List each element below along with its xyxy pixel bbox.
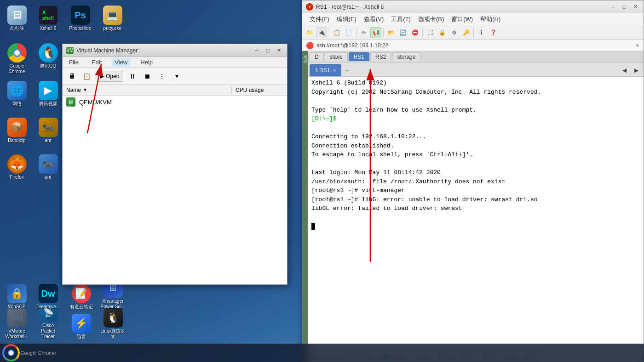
desktop-icon-winscp[interactable]: 🔒 WinSCP xyxy=(2,282,32,311)
vmm-maximize-button[interactable]: □ xyxy=(263,47,272,54)
desktop-icon-tengxun[interactable]: ▶ 腾讯视频 xyxy=(33,79,63,108)
xshell-menu-help[interactable]: 帮助(H) xyxy=(477,13,504,25)
ant-label: ant xyxy=(45,138,52,143)
desktop-icon-linux[interactable]: 🐧 Linux就该这学 xyxy=(98,306,128,341)
desktop-icon-ant[interactable]: 🐜 ant xyxy=(33,116,63,145)
xshell-menu-window[interactable]: 窗口(W) xyxy=(448,13,477,25)
conn-tab-storage[interactable]: storage xyxy=(392,52,420,61)
xs-tb-copy[interactable]: 📋 xyxy=(331,27,342,38)
xshell-left-sidebar: 세션 xyxy=(302,51,308,362)
xs-tb-keys[interactable]: 🔑 xyxy=(460,27,472,38)
vmm-icon-btn-2[interactable]: 📋 xyxy=(81,71,92,82)
vmm-open-label: Open xyxy=(106,73,119,79)
desktop-icon-ant2[interactable]: 🐜 ant xyxy=(33,153,63,182)
xs-tab-1-rs1[interactable]: 1 RS1 ✕ xyxy=(310,64,341,76)
desktop-icon-qq[interactable]: 🐧 腾讯QQ xyxy=(33,41,63,71)
xs-tb-reconnect[interactable]: 🔄 xyxy=(397,27,408,38)
desktop-icon-youdao[interactable]: 📝 有道云笔记 xyxy=(66,282,96,311)
xshell-toolbar: 📁 🔌 📋 📄 ✏ 📢 📂 🔄 ⛔ ⛶ 🔒 ⚙ 🔑 ℹ ❓ xyxy=(302,25,644,40)
vmm-menu-help[interactable]: Help xyxy=(138,58,155,67)
xs-tb-broadcast[interactable]: 📢 xyxy=(370,27,381,38)
vmm-list-item-qemu[interactable]: 🖥 QEMU/KVM xyxy=(63,96,287,108)
network-icon: 🌐 xyxy=(7,81,27,100)
conn-tab-d[interactable]: D xyxy=(310,52,324,61)
vmm-open-icon: ▶ xyxy=(100,73,104,79)
qq-label: 腾讯QQ xyxy=(40,63,57,69)
xshell-menu-view[interactable]: 查看(V) xyxy=(360,13,387,25)
vmm-dropdown-btn[interactable]: ▼ xyxy=(171,71,182,82)
xs-tb-sftp[interactable]: 📂 xyxy=(385,27,397,38)
desktop-icon-photoshop[interactable]: Ps Photoshop xyxy=(65,4,95,33)
desktop-icon-bandizip[interactable]: 📦 Bandizip xyxy=(2,116,32,145)
taskbar-chrome-label: Google Chrome xyxy=(20,350,56,356)
xshell-menu-tabs[interactable]: 选项卡(B) xyxy=(414,13,448,25)
xshell-menu-edit[interactable]: 编辑(E) xyxy=(333,13,360,25)
xshell-menu-file[interactable]: 文件(F) xyxy=(306,13,333,25)
xshell-terminal[interactable]: Xshell 6 (Build 0192) Copyright (c) 2002… xyxy=(308,77,644,351)
xs-tb-settings[interactable]: ⚙ xyxy=(448,27,460,38)
conn-tab-slave[interactable]: slave xyxy=(325,52,348,61)
desktop-icon-xunlei[interactable]: ⚡ 迅雷 xyxy=(66,312,96,341)
desktop-icon-dreamweaver[interactable]: Dw Dreamwe... xyxy=(33,282,63,311)
vmm-minimize-button[interactable]: ─ xyxy=(252,47,261,54)
vmm-sort-icon: ▼ xyxy=(83,87,87,92)
xs-tb-compose[interactable]: ✏ xyxy=(358,27,369,38)
xshell-close-button[interactable]: ✕ xyxy=(631,3,640,11)
xs-tb-new-session[interactable]: 📁 xyxy=(304,27,315,38)
vmm-menu-edit[interactable]: Edit xyxy=(89,58,104,67)
vmm-more-btn[interactable]: ⋮ xyxy=(156,71,167,82)
firefox-icon: 🦊 xyxy=(7,154,27,174)
xs-tb-fullscreen[interactable]: ⛶ xyxy=(425,27,436,38)
vmm-open-button[interactable]: ▶ Open xyxy=(96,71,123,82)
xs-addr-text: ssh://root:*@192.168.1.10:22 xyxy=(316,42,632,49)
xmanager-label: Xmanager Power Sui... xyxy=(100,299,126,310)
conn-tab-rs2[interactable]: RS2 xyxy=(370,52,391,61)
desktop-icon-network[interactable]: 🌐 网络 xyxy=(2,79,32,108)
vmm-close-button[interactable]: ✕ xyxy=(274,47,283,54)
vmm-window-controls: ─ □ ✕ xyxy=(252,47,283,54)
vmm-icon-btn-1[interactable]: 🖥 xyxy=(66,71,77,82)
desktop-icon-vmware[interactable]: VM VMware Workstati... xyxy=(2,306,32,341)
conn-tab-rs1[interactable]: RS1 xyxy=(349,52,369,61)
xs-tb-help[interactable]: ❓ xyxy=(488,27,499,38)
desktop-icon-mycomputer[interactable]: 🖥 此电脑 xyxy=(2,4,32,33)
xs-addr-scroll: ▼ xyxy=(635,43,640,48)
xs-tb-paste[interactable]: 📄 xyxy=(343,27,354,38)
xs-tab-close[interactable]: ✕ xyxy=(333,68,336,73)
xs-tb-disconnect[interactable]: ⛔ xyxy=(409,27,420,38)
desktop-icon-firefox[interactable]: 🦊 Firefox xyxy=(2,153,32,182)
xshell-window: X RS1 - root@rs1:~ - Xshell 6 ─ □ ✕ 文件(F… xyxy=(302,0,644,362)
ant2-label: ant xyxy=(45,175,52,180)
xs-nav-next[interactable]: ▶ xyxy=(631,65,642,76)
qq-icon: 🐧 xyxy=(39,43,58,62)
xs-nav-prev[interactable]: ◀ xyxy=(619,65,630,76)
bandizip-icon: 📦 xyxy=(7,118,27,137)
vmm-menubar: File Edit View Help xyxy=(63,57,287,68)
xs-tb-lock[interactable]: 🔒 xyxy=(437,27,448,38)
xshell-main-area: D slave RS1 RS2 storage 1 RS1 ✕ + ◀ ▶ xyxy=(308,51,644,362)
vmm-menu-file[interactable]: File xyxy=(66,58,81,67)
xshell-minimize-button[interactable]: ─ xyxy=(609,3,618,11)
vmm-title: Virtual Machine Manager xyxy=(76,47,138,54)
xs-sidebar-text: 세션 xyxy=(302,52,308,60)
desktop-icon-chrome[interactable]: Google Chrome xyxy=(2,41,32,76)
vmm-stop-btn[interactable]: ⏹ xyxy=(142,71,153,82)
taskbar-chrome-icon[interactable] xyxy=(4,345,18,360)
desktop-icon-xshell[interactable]: Xshell Xshell 6 xyxy=(33,4,63,33)
desktop-icon-putty[interactable]: 💻 putty.exe xyxy=(98,4,127,33)
xshell-maximize-button[interactable]: □ xyxy=(620,3,629,11)
mycomputer-icon: 🖥 xyxy=(7,6,27,25)
vmm-col-cpu: CPU usage xyxy=(232,87,287,93)
xs-tb-info[interactable]: ℹ xyxy=(476,27,487,38)
xs-tb-connect[interactable]: 🔌 xyxy=(316,27,327,38)
chrome-label: Google Chrome xyxy=(4,63,30,74)
vmm-menu-view[interactable]: View xyxy=(112,58,130,67)
vmm-window: VM Virtual Machine Manager ─ □ ✕ File Ed… xyxy=(62,44,288,285)
photoshop-icon: Ps xyxy=(71,6,90,25)
vmm-col-name[interactable]: Name ▼ xyxy=(63,87,232,93)
xshell-menu-tools[interactable]: 工具(T) xyxy=(387,13,414,25)
xshell-session-tabs: 1 RS1 ✕ + ◀ ▶ xyxy=(308,63,644,77)
xs-tab-add-button[interactable]: + xyxy=(342,66,351,75)
vmm-pause-btn[interactable]: ⏸ xyxy=(127,71,138,82)
xs-tab-label: 1 RS1 xyxy=(315,67,330,74)
